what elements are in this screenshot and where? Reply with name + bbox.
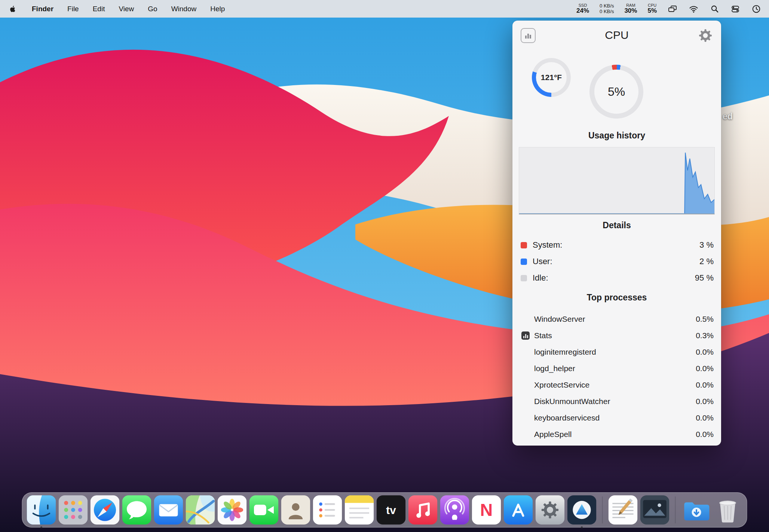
downloads-folder-icon (681, 495, 711, 525)
ssd-status-widget[interactable]: SSD 24% (576, 3, 589, 14)
mail-icon (154, 495, 183, 525)
apple-icon (9, 5, 17, 13)
dock-item-downloads[interactable] (681, 495, 711, 525)
detail-row-user: User: 2 % (521, 253, 714, 270)
cpu-value: 5% (647, 7, 657, 14)
net-up-value: 0 KB/s (600, 3, 614, 9)
menu-item-finder[interactable]: Finder (32, 5, 53, 13)
dock-item-maps[interactable] (186, 495, 215, 525)
menu-bar-status: SSD 24% 0 KB/s 0 KB/s RAM 30% CPU 5% (576, 3, 762, 15)
spotlight-menu[interactable] (709, 4, 720, 14)
dock-item-messages[interactable] (122, 495, 151, 525)
cpu-status-widget[interactable]: CPU 5% (647, 3, 657, 14)
menu-item-file[interactable]: File (67, 5, 79, 13)
dock-item-reminders[interactable] (313, 495, 342, 525)
app-store-icon (504, 495, 533, 525)
messages-icon (122, 495, 151, 525)
dock-item-finder[interactable] (27, 495, 56, 525)
cpu-usage-value: 5% (608, 85, 625, 99)
running-indicator (40, 526, 42, 528)
trash-icon (713, 495, 742, 525)
dock-item-mail[interactable] (154, 495, 183, 525)
podcasts-icon (440, 495, 469, 525)
ram-value: 30% (624, 7, 637, 14)
system-value: 3 % (699, 240, 714, 250)
dock: tv N (22, 492, 747, 528)
contacts-icon (281, 495, 310, 525)
clock-menu[interactable] (751, 4, 762, 14)
screen-mirroring-menu[interactable] (667, 4, 678, 14)
menu-item-help[interactable]: Help (210, 5, 225, 13)
dock-item-stats-app[interactable] (567, 495, 597, 525)
process-value: 0.0% (696, 348, 714, 357)
dock-item-tv[interactable]: tv (377, 495, 406, 525)
dock-item-facetime[interactable] (249, 495, 279, 525)
dock-item-launchpad[interactable] (59, 495, 88, 525)
dock-item-system-preferences[interactable] (536, 495, 565, 525)
popover-title: CPU (512, 21, 721, 50)
process-list: WindowServer 0.5% Stats 0.3% loginitemre… (520, 311, 714, 443)
process-name: AppleSpell (534, 430, 572, 439)
process-name: keyboardservicesd (534, 413, 600, 422)
menu-item-edit[interactable]: Edit (93, 5, 105, 13)
control-center-menu[interactable] (730, 4, 741, 14)
music-icon (408, 495, 438, 525)
dock-item-textedit[interactable] (609, 495, 638, 525)
process-value: 0.0% (696, 364, 714, 373)
wifi-menu[interactable] (688, 4, 699, 14)
process-row: XprotectService 0.0% (520, 377, 714, 393)
usage-history-label: Usage history (512, 131, 721, 141)
dock-separator (675, 496, 676, 523)
dock-item-notes[interactable] (345, 495, 374, 525)
stats-app-icon (521, 331, 530, 340)
dock-item-contacts[interactable] (281, 495, 310, 525)
stats-app-dock-icon (567, 495, 597, 525)
process-row: DiskUnmountWatcher 0.0% (520, 393, 714, 410)
apple-menu[interactable] (7, 4, 18, 14)
dock-item-podcasts[interactable] (440, 495, 469, 525)
dock-item-photos[interactable] (218, 495, 247, 525)
wifi-icon (689, 5, 698, 13)
process-value: 0.0% (696, 430, 714, 439)
dock-item-news[interactable]: N (472, 495, 501, 525)
usage-history-chart (519, 147, 715, 214)
process-name: DiskUnmountWatcher (534, 397, 610, 406)
apple-tv-icon: tv (377, 495, 406, 525)
desktop-icon-label-fragment: ed (723, 111, 733, 122)
process-value: 0.5% (696, 315, 714, 324)
notes-icon (345, 495, 374, 525)
usage-history-area (519, 147, 714, 214)
dock-item-music[interactable] (408, 495, 438, 525)
clock-icon (752, 4, 761, 13)
top-processes-label: Top processes (512, 293, 721, 303)
detail-row-idle: Idle: 95 % (521, 270, 714, 286)
svg-text:tv: tv (386, 504, 396, 516)
temperature-value: 121°F (541, 73, 562, 82)
menu-item-go[interactable]: Go (148, 5, 157, 13)
process-name: logd_helper (534, 364, 575, 373)
menu-item-view[interactable]: View (119, 5, 134, 13)
dock-item-trash[interactable] (713, 495, 742, 525)
dock-item-safari[interactable] (91, 495, 120, 525)
process-name: WindowServer (534, 315, 585, 324)
menu-bar: Finder File Edit View Go Window Help SSD… (0, 0, 769, 18)
idle-label: Idle: (533, 273, 548, 283)
process-name: loginitemregisterd (534, 348, 596, 357)
menu-item-window[interactable]: Window (171, 5, 197, 13)
dock-item-app-window[interactable] (640, 495, 670, 525)
process-row: AppleSpell 0.0% (520, 426, 714, 443)
gear-icon (698, 28, 713, 43)
ram-status-widget[interactable]: RAM 30% (624, 3, 637, 14)
dock-item-app-store[interactable] (504, 495, 533, 525)
user-label: User: (533, 257, 552, 266)
process-row: WindowServer 0.5% (520, 311, 714, 327)
control-center-icon (731, 4, 740, 13)
system-preferences-icon (536, 495, 565, 525)
net-down-value: 0 KB/s (600, 9, 614, 15)
desktop: ed Finder File Edit View Go Window Help … (0, 0, 769, 532)
menu-bar-left: Finder File Edit View Go Window Help (7, 4, 225, 14)
textedit-icon (609, 495, 638, 525)
process-value: 0.0% (696, 397, 714, 406)
settings-gear-button[interactable] (698, 28, 713, 43)
network-status-widget[interactable]: 0 KB/s 0 KB/s (600, 3, 614, 15)
